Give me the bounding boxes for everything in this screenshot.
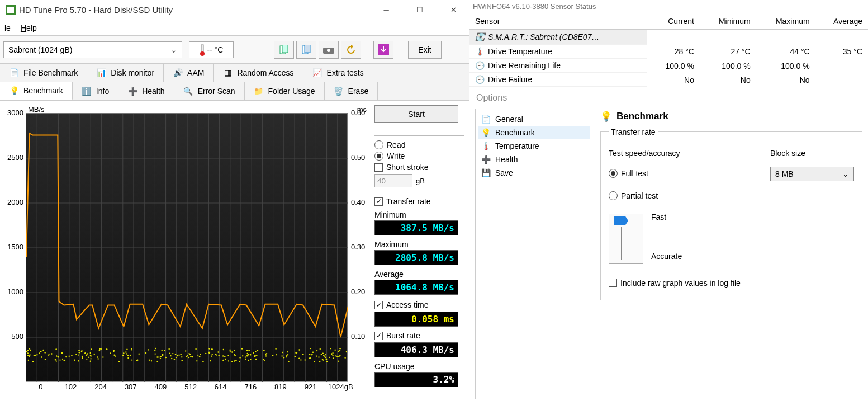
screenshot-button[interactable] bbox=[319, 41, 339, 59]
maximize-button[interactable]: ☐ bbox=[410, 2, 430, 18]
tab-disk-monitor[interactable]: 📊Disk monitor bbox=[87, 64, 164, 82]
include-raw-check[interactable]: Include raw graph values in log file bbox=[609, 279, 854, 288]
svg-point-53 bbox=[295, 356, 296, 357]
svg-point-167 bbox=[234, 355, 235, 356]
refresh-button[interactable] bbox=[341, 41, 361, 59]
burst-value: 406.3 MB/s bbox=[374, 342, 458, 357]
opt-partial-test[interactable]: Partial test bbox=[609, 191, 748, 200]
mode-read[interactable]: Read bbox=[374, 140, 464, 149]
drive-select[interactable]: Sabrent (1024 gB) ⌄ bbox=[3, 41, 182, 58]
transfer-rate-check[interactable]: Transfer rate bbox=[374, 197, 464, 206]
short-stroke-check[interactable]: Short stroke bbox=[374, 163, 464, 172]
row-drive-failure[interactable]: 🕘Drive Failure NoNoNo bbox=[469, 73, 868, 87]
tab-file-benchmark[interactable]: 📄File Benchmark bbox=[0, 64, 87, 82]
svg-point-293 bbox=[192, 356, 193, 357]
svg-point-9 bbox=[327, 49, 330, 52]
svg-point-128 bbox=[56, 355, 57, 356]
copy-info-button[interactable] bbox=[274, 41, 294, 59]
tab-erase[interactable]: 🗑️Erase bbox=[325, 82, 378, 100]
col-current[interactable]: Current bbox=[647, 13, 700, 30]
exit-button[interactable]: Exit bbox=[408, 41, 442, 59]
svg-point-92 bbox=[84, 352, 86, 354]
access-time-check[interactable]: Access time bbox=[374, 300, 464, 309]
copy-screenshot-button[interactable] bbox=[296, 41, 316, 59]
row-remaining-life[interactable]: 🕘Drive Remaining Life 100.0 %100.0 %100.… bbox=[469, 59, 868, 73]
mode-write[interactable]: Write bbox=[374, 152, 464, 161]
speed-label: Test speed/accuracy bbox=[609, 149, 748, 158]
tab-extra-tests[interactable]: 📈Extra tests bbox=[303, 64, 373, 82]
tab-aam[interactable]: 🔊AAM bbox=[164, 64, 214, 82]
svg-point-81 bbox=[180, 354, 181, 355]
svg-point-110 bbox=[318, 356, 319, 357]
folder-icon: 📁 bbox=[254, 86, 264, 96]
svg-point-166 bbox=[246, 353, 248, 354]
transfer-rate-fieldset: Transfer rate Test speed/accuracy Full t… bbox=[600, 128, 862, 300]
short-stroke-input[interactable] bbox=[374, 174, 412, 187]
tab-health[interactable]: ➕Health bbox=[118, 82, 174, 100]
sensor-group[interactable]: 💽 S.M.A.R.T.: Sabrent (CD8E07… bbox=[469, 30, 868, 45]
svg-point-290 bbox=[250, 354, 251, 355]
col-minimum[interactable]: Minimum bbox=[700, 13, 756, 30]
minimize-button[interactable]: ─ bbox=[376, 2, 396, 18]
tab-row-1: 📄File Benchmark 📊Disk monitor 🔊AAM ▦Rand… bbox=[0, 64, 469, 82]
svg-point-274 bbox=[27, 352, 29, 354]
menu-help[interactable]: Help bbox=[21, 23, 37, 32]
health-icon: ➕ bbox=[481, 155, 491, 164]
svg-point-271 bbox=[222, 360, 224, 361]
svg-point-141 bbox=[190, 356, 191, 357]
tree-temperature[interactable]: 🌡️Temperature bbox=[478, 139, 590, 153]
tree-save[interactable]: 💾Save bbox=[478, 166, 590, 180]
svg-point-189 bbox=[266, 353, 267, 354]
col-average[interactable]: Average bbox=[815, 13, 868, 30]
svg-point-218 bbox=[196, 360, 197, 361]
start-button[interactable]: Start bbox=[374, 105, 458, 123]
chevron-down-icon: ⌄ bbox=[842, 169, 849, 178]
svg-point-89 bbox=[188, 357, 189, 358]
opt-full-test[interactable]: Full test bbox=[609, 169, 748, 178]
svg-point-294 bbox=[27, 355, 29, 356]
tree-benchmark[interactable]: 💡Benchmark bbox=[478, 126, 590, 139]
svg-point-280 bbox=[287, 354, 288, 355]
svg-point-165 bbox=[118, 361, 120, 362]
close-button[interactable]: ✕ bbox=[443, 2, 463, 18]
svg-point-177 bbox=[316, 355, 317, 356]
tab-error-scan[interactable]: 🔍Error Scan bbox=[174, 82, 245, 100]
menubar: le Help bbox=[0, 20, 469, 36]
svg-point-146 bbox=[211, 348, 212, 350]
svg-point-242 bbox=[161, 350, 162, 351]
min-label: Minimum bbox=[374, 210, 464, 219]
burst-rate-check[interactable]: Burst rate bbox=[374, 331, 464, 340]
svg-point-168 bbox=[181, 356, 182, 357]
svg-rect-5 bbox=[282, 45, 288, 53]
window-title: HD Tune Pro 5.70 - Hard Disk/SSD Utility bbox=[19, 5, 173, 15]
speed-slider[interactable] bbox=[609, 214, 643, 264]
svg-point-255 bbox=[102, 356, 103, 357]
tab-folder-usage[interactable]: 📁Folder Usage bbox=[245, 82, 325, 100]
tab-info[interactable]: ℹ️Info bbox=[73, 82, 118, 100]
svg-point-90 bbox=[305, 359, 306, 360]
svg-point-299 bbox=[321, 354, 322, 355]
col-sensor[interactable]: Sensor bbox=[469, 13, 647, 30]
svg-point-153 bbox=[56, 360, 57, 361]
panel-title: Benchmark bbox=[616, 111, 668, 122]
svg-point-94 bbox=[65, 356, 67, 357]
max-value: 2805.8 MB/s bbox=[374, 250, 458, 265]
thermometer-icon: 🌡️ bbox=[475, 47, 485, 56]
short-stroke-spin[interactable]: gB bbox=[374, 174, 464, 187]
tab-benchmark[interactable]: 💡Benchmark bbox=[0, 82, 73, 100]
menu-file[interactable]: le bbox=[4, 23, 11, 32]
col-maximum[interactable]: Maximum bbox=[756, 13, 815, 30]
svg-point-137 bbox=[235, 360, 236, 361]
svg-point-181 bbox=[156, 356, 158, 357]
block-size-select[interactable]: 8 MB ⌄ bbox=[770, 167, 854, 181]
svg-point-269 bbox=[162, 354, 163, 355]
svg-point-265 bbox=[61, 352, 62, 354]
save-button[interactable] bbox=[373, 41, 393, 59]
toolbar: Sabrent (1024 gB) ⌄ -- °C Exit bbox=[0, 36, 469, 64]
tree-general[interactable]: 📄General bbox=[478, 112, 590, 126]
tab-random-access[interactable]: ▦Random Access bbox=[214, 64, 303, 82]
tree-health[interactable]: ➕Health bbox=[478, 153, 590, 166]
svg-point-139 bbox=[231, 351, 233, 352]
row-drive-temperature[interactable]: 🌡️Drive Temperature 28 °C27 °C44 °C35 °C bbox=[469, 45, 868, 59]
svg-point-196 bbox=[311, 354, 312, 355]
